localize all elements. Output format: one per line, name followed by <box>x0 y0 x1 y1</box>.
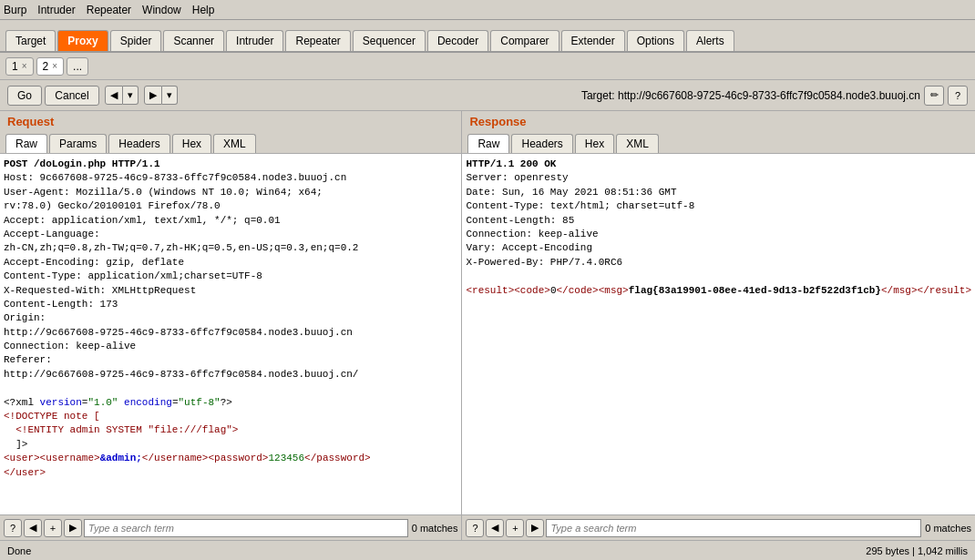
request-tab-xml[interactable]: XML <box>213 134 256 153</box>
request-search-input[interactable] <box>84 519 408 537</box>
response-content[interactable]: HTTP/1.1 200 OK Server: openresty Date: … <box>462 154 975 514</box>
request-search-prev[interactable]: ◀ <box>24 519 42 537</box>
tab-intruder[interactable]: Intruder <box>226 30 283 51</box>
session-tab-more[interactable]: ... <box>67 57 88 76</box>
tab-scanner[interactable]: Scanner <box>163 30 224 51</box>
forward-button[interactable]: ▶ <box>144 86 162 105</box>
response-title: Response <box>462 111 975 132</box>
menu-window[interactable]: Window <box>142 4 181 16</box>
forward-nav: ▶ ▾ <box>144 86 178 105</box>
forward-dropdown-button[interactable]: ▾ <box>162 86 178 105</box>
main-tab-bar: Target Proxy Spider Scanner Intruder Rep… <box>0 20 975 53</box>
response-search-next[interactable]: ▶ <box>526 519 544 537</box>
tab-sequencer[interactable]: Sequencer <box>353 30 426 51</box>
request-title: Request <box>0 111 461 132</box>
tab-decoder[interactable]: Decoder <box>427 30 488 51</box>
menu-burp[interactable]: Burp <box>4 4 26 16</box>
response-search-matches: 0 matches <box>925 523 971 534</box>
tab-alerts[interactable]: Alerts <box>686 30 734 51</box>
help-button[interactable]: ? <box>948 86 968 106</box>
back-dropdown-button[interactable]: ▾ <box>123 86 139 105</box>
response-tab-hex[interactable]: Hex <box>575 134 614 153</box>
response-search-next-add[interactable]: + <box>506 519 524 537</box>
response-search-prev[interactable]: ◀ <box>486 519 504 537</box>
menu-help[interactable]: Help <box>192 4 215 16</box>
session-tab-bar: 1 × 2 × ... <box>0 53 975 80</box>
back-nav: ◀ ▾ <box>105 86 139 105</box>
content-area: Request Raw Params Headers Hex XML POST … <box>0 111 975 540</box>
request-panel: Request Raw Params Headers Hex XML POST … <box>0 111 462 540</box>
request-content[interactable]: POST /doLogin.php HTTP/1.1 Host: 9c66760… <box>0 154 461 514</box>
request-tab-params[interactable]: Params <box>49 134 107 153</box>
request-search-help[interactable]: ? <box>4 519 22 537</box>
tab-options[interactable]: Options <box>627 30 684 51</box>
tab-extender[interactable]: Extender <box>561 30 625 51</box>
tab-spider[interactable]: Spider <box>110 30 162 51</box>
response-search-input[interactable] <box>546 519 921 537</box>
close-session-2[interactable]: × <box>52 61 57 71</box>
menu-intruder[interactable]: Intruder <box>37 4 75 16</box>
close-session-1[interactable]: × <box>22 61 27 71</box>
target-label: Target: http://9c667608-9725-46c9-8733-6… <box>581 89 920 102</box>
tab-comparer[interactable]: Comparer <box>490 30 559 51</box>
tab-proxy[interactable]: Proxy <box>57 30 108 51</box>
status-bar: Done 295 bytes | 1,042 millis <box>0 540 975 560</box>
session-tab-1[interactable]: 1 × <box>5 57 34 76</box>
response-tab-xml[interactable]: XML <box>616 134 659 153</box>
status-right: 295 bytes | 1,042 millis <box>866 545 968 556</box>
go-button[interactable]: Go <box>7 86 42 106</box>
tab-repeater[interactable]: Repeater <box>285 30 350 51</box>
back-button[interactable]: ◀ <box>105 86 123 105</box>
request-tab-headers[interactable]: Headers <box>108 134 169 153</box>
response-panel: Response Raw Headers Hex XML HTTP/1.1 20… <box>462 111 975 540</box>
menu-bar: Burp Intruder Repeater Window Help <box>0 0 975 20</box>
response-search-bar: ? ◀ + ▶ 0 matches <box>462 514 975 540</box>
request-search-next-add[interactable]: + <box>44 519 62 537</box>
menu-repeater[interactable]: Repeater <box>87 4 131 16</box>
status-left: Done <box>7 545 31 556</box>
request-tab-raw[interactable]: Raw <box>5 134 47 153</box>
toolbar: Go Cancel ◀ ▾ ▶ ▾ Target: http://9c66760… <box>0 80 975 111</box>
cancel-button[interactable]: Cancel <box>45 86 98 106</box>
response-sub-tabs: Raw Headers Hex XML <box>462 132 975 154</box>
session-tab-2[interactable]: 2 × <box>36 57 65 76</box>
request-search-matches: 0 matches <box>412 523 458 534</box>
request-sub-tabs: Raw Params Headers Hex XML <box>0 132 461 154</box>
response-search-help[interactable]: ? <box>466 519 484 537</box>
response-tab-headers[interactable]: Headers <box>511 134 572 153</box>
request-tab-hex[interactable]: Hex <box>172 134 211 153</box>
response-tab-raw[interactable]: Raw <box>467 134 509 153</box>
request-search-bar: ? ◀ + ▶ 0 matches <box>0 514 461 540</box>
edit-target-button[interactable]: ✏ <box>924 86 944 106</box>
request-search-next[interactable]: ▶ <box>64 519 82 537</box>
tab-target[interactable]: Target <box>5 30 56 51</box>
